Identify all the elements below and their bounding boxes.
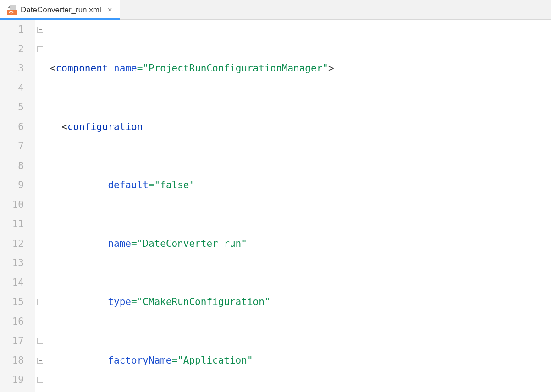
line-number-gutter: 12345678910111213141516171819 <box>0 20 35 392</box>
fold-column <box>35 20 47 392</box>
fold-toggle-icon[interactable] <box>37 377 43 383</box>
code-line: default="false" <box>47 175 551 195</box>
code-line: name="DateConverter_run" <box>47 234 551 254</box>
line-number: 15 <box>0 292 24 312</box>
code-line: <component name="ProjectRunConfiguration… <box>47 59 551 78</box>
xml-file-icon: <> <box>7 5 17 15</box>
svg-text:<>: <> <box>9 10 14 15</box>
line-number: 14 <box>0 273 24 293</box>
line-number: 8 <box>0 156 24 176</box>
code-line: type="CMakeRunConfiguration" <box>47 292 551 312</box>
line-number: 9 <box>0 175 24 195</box>
line-number: 4 <box>0 78 24 98</box>
line-number: 10 <box>0 195 24 215</box>
tab-bar: <> DateConverter_run.xml × <box>0 0 551 20</box>
close-icon[interactable]: × <box>107 5 113 15</box>
fold-guide <box>40 33 40 377</box>
line-number: 13 <box>0 253 24 273</box>
line-number: 19 <box>0 370 24 390</box>
file-tab[interactable]: <> DateConverter_run.xml × <box>0 0 120 19</box>
line-number: 18 <box>0 351 24 370</box>
code-area[interactable]: <component name="ProjectRunConfiguration… <box>47 20 551 392</box>
line-number: 6 <box>0 117 24 137</box>
line-number: 7 <box>0 136 24 156</box>
line-number: 17 <box>0 331 24 351</box>
code-line: <configuration <box>47 117 551 137</box>
line-number: 2 <box>0 39 24 59</box>
line-number: 1 <box>0 20 24 39</box>
svg-marker-1 <box>8 5 10 8</box>
tab-filename: DateConverter_run.xml <box>21 5 101 15</box>
line-number: 5 <box>0 98 24 117</box>
line-number: 11 <box>0 214 24 234</box>
code-line: factoryName="Application" <box>47 351 551 370</box>
fold-toggle-icon[interactable] <box>37 27 43 33</box>
editor[interactable]: 12345678910111213141516171819 <component… <box>0 20 551 392</box>
line-number: 12 <box>0 234 24 254</box>
line-number: 3 <box>0 59 24 78</box>
line-number: 16 <box>0 312 24 332</box>
